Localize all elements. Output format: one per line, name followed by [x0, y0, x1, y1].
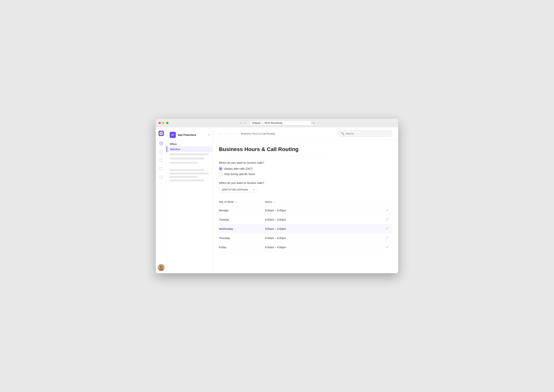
radio-group: Always take calls (24/7) Only during spe…: [219, 167, 392, 176]
sort-day-icon[interactable]: ⇅: [235, 201, 237, 203]
radio-specific[interactable]: Only during specific hours: [219, 172, 392, 176]
col-header-hours: Hours ⇅: [265, 198, 381, 206]
table-row: Thursday8:00am – 4:00pm: [219, 233, 392, 243]
col-header-edit: [381, 198, 392, 206]
refresh-icon[interactable]: ↻: [313, 121, 315, 125]
cell-day-3: Thursday: [219, 233, 265, 243]
breadcrumb-current: Business Hours & Call Routing: [241, 132, 275, 135]
titlebar: ‹ › Dialpad — Work Beautifully ↻: [156, 119, 398, 127]
search-bar[interactable]: 🔍: [338, 130, 392, 137]
cell-hours-1: 8:00am – 4:00pm: [265, 215, 381, 224]
sidebar-icon-recent[interactable]: [157, 140, 165, 147]
table-row: Wednesday8:00am – 4:00pm: [219, 224, 392, 233]
schedule-table: Day of Week ⇅ Hours ⇅ Monday8:00am – 4:0…: [219, 198, 392, 252]
nav-item-mainline[interactable]: Mainline: [166, 146, 213, 152]
svg-point-6: [160, 265, 163, 268]
sidebar-icon-item4[interactable]: [157, 165, 165, 173]
question1: When do you want to receive calls?: [219, 161, 392, 164]
search-icon: 🔍: [341, 132, 344, 135]
radio-specific-circle[interactable]: [219, 172, 222, 176]
user-avatar[interactable]: [158, 264, 165, 271]
nav-skeleton-7: [170, 180, 204, 181]
sidebar-icon-item2[interactable]: [157, 148, 165, 156]
breadcrumb-item-3: —: [230, 132, 232, 135]
radio-always-circle[interactable]: [219, 167, 222, 170]
titlebar-center: ‹ › Dialpad — Work Beautifully ↻: [239, 120, 315, 125]
nav-skeleton-2: [170, 158, 204, 160]
icon-sidebar: [156, 127, 166, 273]
logo-shape: [158, 131, 164, 136]
breadcrumb-item-2: —: [224, 132, 227, 135]
cell-day-0: Monday: [219, 206, 265, 215]
divider: [219, 155, 327, 156]
url-bar: Dialpad — Work Beautifully: [250, 120, 311, 125]
timezone-select[interactable]: (GMT-07:00) US/Pacific ▾: [219, 186, 257, 193]
edit-button-4[interactable]: [381, 243, 392, 252]
sidebar-icon-item5[interactable]: [157, 173, 165, 181]
sort-hours-icon[interactable]: ⇅: [274, 201, 275, 203]
nav-sidebar: SF San Francisco ▾ Office Mainline: [166, 127, 213, 273]
url-text: Dialpad — Work Beautifully: [252, 121, 282, 124]
app-logo[interactable]: [157, 130, 165, 137]
nav-section-office: Office: [166, 141, 213, 146]
sidebar-icon-item3[interactable]: [157, 156, 165, 164]
table-row: Friday8:00am – 4:00pm: [219, 243, 392, 252]
workspace-name: San Francisco: [178, 133, 208, 136]
svg-rect-2: [160, 159, 163, 162]
table-body: Monday8:00am – 4:00pmTuesday8:00am – 4:0…: [219, 206, 392, 252]
svg-rect-1: [160, 150, 163, 153]
forward-arrow[interactable]: ›: [243, 121, 246, 125]
nav-skeleton-3: [170, 162, 197, 164]
table-header: Day of Week ⇅ Hours ⇅: [219, 198, 392, 206]
col-header-day: Day of Week ⇅: [219, 198, 265, 206]
timezone-chevron-icon: ▾: [253, 188, 254, 191]
breadcrumb-item-1: —: [219, 132, 221, 135]
app-window: ‹ › Dialpad — Work Beautifully ↻: [156, 119, 398, 273]
radio-always[interactable]: Always take calls (24/7): [219, 167, 392, 170]
main-header: — / — / — / — / Business Hours & Call Ro…: [213, 127, 398, 140]
main-content: — / — / — / — / Business Hours & Call Ro…: [213, 127, 398, 273]
workspace-header[interactable]: SF San Francisco ▾: [166, 130, 213, 140]
workspace-avatar: SF: [170, 132, 176, 138]
cell-hours-4: 8:00am – 4:00pm: [265, 243, 381, 252]
cell-hours-0: 8:00am – 4:00pm: [265, 206, 381, 215]
minimize-button[interactable]: [162, 122, 165, 124]
traffic-lights: [158, 122, 168, 124]
edit-button-1[interactable]: [381, 215, 392, 224]
page-title: Business Hours & Call Routing: [219, 146, 392, 152]
timezone-value: (GMT-07:00) US/Pacific: [222, 188, 252, 191]
question2: When do you want to receive calls?: [219, 181, 392, 184]
nav-skeleton-1: [170, 153, 209, 155]
app-body: SF San Francisco ▾ Office Mainline: [156, 127, 398, 273]
nav-skeleton-5: [170, 173, 209, 175]
cell-hours-2: 8:00am – 4:00pm: [265, 224, 381, 233]
cell-day-4: Friday: [219, 243, 265, 252]
nav-arrows: ‹ ›: [239, 121, 247, 125]
table-row: Monday8:00am – 4:00pm: [219, 206, 392, 215]
cell-day-2: Wednesday: [219, 224, 265, 233]
table-row: Tuesday8:00am – 4:00pm: [219, 215, 392, 224]
radio-always-label: Always take calls (24/7): [224, 167, 252, 170]
cell-hours-3: 8:00am – 4:00pm: [265, 233, 381, 243]
back-arrow[interactable]: ‹: [239, 121, 242, 125]
main-body: Business Hours & Call Routing When do yo…: [213, 140, 398, 273]
nav-skeleton-4: [170, 169, 204, 171]
edit-button-3[interactable]: [381, 233, 392, 243]
nav-skeleton-6: [170, 176, 197, 178]
radio-specific-label: Only during specific hours: [224, 173, 255, 176]
breadcrumb-item-4: —: [236, 132, 238, 135]
edit-button-2[interactable]: [381, 224, 392, 233]
close-button[interactable]: [158, 122, 161, 124]
svg-rect-3: [160, 167, 163, 170]
svg-rect-4: [160, 176, 163, 179]
search-input[interactable]: [346, 132, 389, 135]
breadcrumb: — / — / — / — / Business Hours & Call Ro…: [219, 132, 275, 135]
maximize-button[interactable]: [166, 122, 168, 124]
cell-day-1: Tuesday: [219, 215, 265, 224]
workspace-chevron-icon: ▾: [208, 133, 209, 136]
edit-button-0[interactable]: [381, 206, 392, 215]
